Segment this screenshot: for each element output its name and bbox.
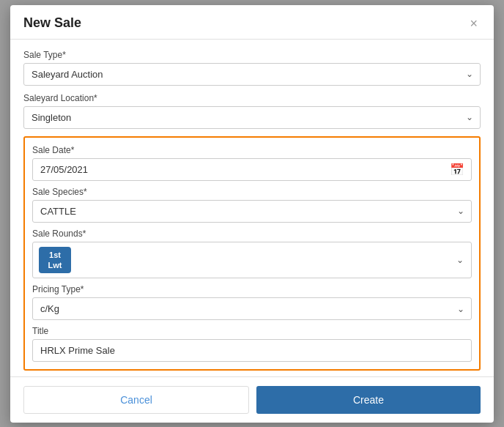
sale-rounds-group: Sale Rounds* 1st Lwt ⌄ bbox=[32, 229, 472, 279]
modal-header: New Sale × bbox=[10, 5, 494, 40]
modal-body: Sale Type* Saleyard Auction Online Aucti… bbox=[10, 40, 494, 376]
title-group: Title bbox=[32, 326, 472, 362]
saleyard-location-label: Saleyard Location* bbox=[23, 93, 481, 103]
sale-type-group: Sale Type* Saleyard Auction Online Aucti… bbox=[23, 50, 481, 86]
sale-type-label: Sale Type* bbox=[23, 50, 481, 60]
sale-species-group: Sale Species* CATTLE SHEEP GOATS PIGS ⌄ bbox=[32, 187, 472, 223]
sale-rounds-wrapper[interactable]: 1st Lwt ⌄ bbox=[32, 242, 472, 279]
saleyard-location-select-wrapper: Singleton Armidale Tamworth ⌄ bbox=[23, 106, 481, 129]
pricing-type-select[interactable]: c/Kg $/Head $/kg bbox=[32, 297, 472, 320]
create-button[interactable]: Create bbox=[256, 386, 481, 414]
saleyard-location-select[interactable]: Singleton Armidale Tamworth bbox=[23, 106, 481, 129]
sale-species-select[interactable]: CATTLE SHEEP GOATS PIGS bbox=[32, 200, 472, 223]
sale-type-select-wrapper: Saleyard Auction Online Auction Private … bbox=[23, 63, 481, 86]
highlighted-section: Sale Date* 📅 Sale Species* CATTLE bbox=[23, 136, 481, 371]
pricing-type-select-wrapper: c/Kg $/Head $/kg ⌄ bbox=[32, 297, 472, 320]
pricing-type-label: Pricing Type* bbox=[32, 284, 472, 294]
cancel-button[interactable]: Cancel bbox=[23, 386, 249, 414]
sale-rounds-tag[interactable]: 1st Lwt bbox=[39, 247, 71, 274]
close-button[interactable]: × bbox=[467, 15, 481, 31]
sale-date-group: Sale Date* 📅 bbox=[32, 145, 472, 181]
sale-species-label: Sale Species* bbox=[32, 187, 472, 197]
sale-date-wrapper: 📅 bbox=[32, 158, 472, 181]
sale-type-select[interactable]: Saleyard Auction Online Auction Private … bbox=[23, 63, 481, 86]
sale-rounds-chevron-icon: ⌄ bbox=[456, 255, 464, 265]
modal-footer: Cancel Create bbox=[10, 376, 494, 423]
saleyard-location-group: Saleyard Location* Singleton Armidale Ta… bbox=[23, 93, 481, 129]
sale-species-select-wrapper: CATTLE SHEEP GOATS PIGS ⌄ bbox=[32, 200, 472, 223]
title-label: Title bbox=[32, 326, 472, 336]
new-sale-modal: New Sale × Sale Type* Saleyard Auction O… bbox=[10, 5, 494, 423]
pricing-type-group: Pricing Type* c/Kg $/Head $/kg ⌄ bbox=[32, 284, 472, 320]
modal-overlay: New Sale × Sale Type* Saleyard Auction O… bbox=[0, 0, 504, 427]
sale-date-input[interactable] bbox=[32, 158, 472, 181]
sale-date-label: Sale Date* bbox=[32, 145, 472, 155]
modal-title: New Sale bbox=[23, 15, 81, 31]
sale-rounds-label: Sale Rounds* bbox=[32, 229, 472, 239]
title-input[interactable] bbox=[32, 339, 472, 362]
